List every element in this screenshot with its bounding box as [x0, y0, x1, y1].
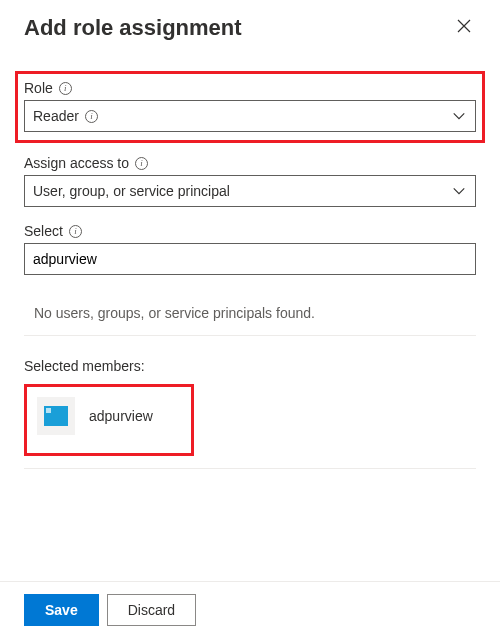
- assign-access-label-row: Assign access to: [24, 155, 476, 171]
- selected-member-highlight: adpurview: [24, 384, 194, 456]
- selected-members-label: Selected members:: [24, 358, 476, 374]
- selected-member-row: adpurview Remove: [24, 384, 476, 469]
- role-select-value: Reader: [33, 108, 79, 124]
- page-title: Add role assignment: [24, 15, 242, 41]
- select-label-row: Select: [24, 223, 476, 239]
- discard-button[interactable]: Discard: [107, 594, 196, 626]
- assign-access-select[interactable]: User, group, or service principal: [24, 175, 476, 207]
- save-button[interactable]: Save: [24, 594, 99, 626]
- role-select[interactable]: Reader: [24, 100, 476, 132]
- role-field-highlight: Role Reader: [15, 71, 485, 143]
- panel-footer: Save Discard: [0, 581, 500, 642]
- close-button[interactable]: [452, 14, 476, 41]
- info-icon[interactable]: [85, 110, 98, 123]
- assign-access-value: User, group, or service principal: [33, 183, 230, 199]
- select-input[interactable]: [24, 243, 476, 275]
- assign-access-label: Assign access to: [24, 155, 129, 171]
- resource-icon: [44, 406, 68, 426]
- no-results-message: No users, groups, or service principals …: [24, 291, 476, 336]
- close-icon: [456, 18, 472, 38]
- panel-header: Add role assignment: [24, 14, 476, 41]
- role-label-row: Role: [24, 80, 476, 96]
- info-icon[interactable]: [59, 82, 72, 95]
- info-icon[interactable]: [69, 225, 82, 238]
- role-label: Role: [24, 80, 53, 96]
- info-icon[interactable]: [135, 157, 148, 170]
- select-label: Select: [24, 223, 63, 239]
- chevron-down-icon: [451, 108, 467, 124]
- chevron-down-icon: [451, 183, 467, 199]
- member-name: adpurview: [89, 408, 153, 424]
- member-avatar: [37, 397, 75, 435]
